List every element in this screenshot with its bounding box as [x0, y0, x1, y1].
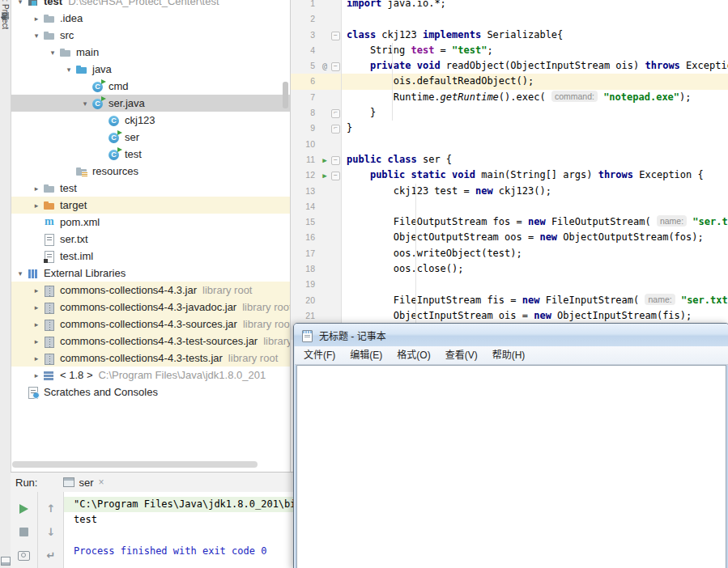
run-tab-ser[interactable]: ser × — [58, 475, 109, 490]
chevron-right-icon[interactable]: ▸ — [30, 15, 43, 23]
tree-item-commons-collections4-4-3-test-sources-jar[interactable]: ▸commons-collections4-4.3-test-sources.j… — [11, 333, 290, 350]
chevron-right-icon[interactable]: ▸ — [30, 286, 43, 295]
tree-item-resources[interactable]: resources — [11, 163, 290, 180]
fold-column[interactable]: ⌐ — [330, 121, 342, 136]
notepad-menu-h[interactable]: 帮助(H) — [485, 346, 533, 364]
code-line-4[interactable]: 4 String test = "test"; — [291, 43, 728, 58]
prev-occurrence-button[interactable]: ↑ — [41, 497, 61, 520]
tree-horizontal-scrollbar-thumb[interactable] — [12, 461, 258, 468]
code-line-16[interactable]: 16 ObjectOutputStream oos = new ObjectOu… — [291, 230, 728, 245]
tree-item-src[interactable]: ▾src — [11, 27, 290, 44]
code-line-13[interactable]: 13 ckj123 test = new ckj123(); — [291, 184, 728, 199]
stop-button[interactable] — [14, 520, 33, 544]
fold-column[interactable]: − — [330, 167, 342, 183]
tree-item-commons-collections4-4-3-jar[interactable]: ▸commons-collections4-4.3.jarlibrary roo… — [11, 282, 290, 299]
code-line-20[interactable]: 20 FileInputStream fis = new FileInputSt… — [291, 293, 728, 308]
notepad-menu-e[interactable]: 编辑(E) — [343, 346, 390, 364]
tree-item-label: Scratches and Consoles — [44, 386, 158, 398]
code-line-6[interactable]: 6 ois.defaultReadObject(); — [291, 74, 728, 89]
toolwindow-corner-icon[interactable] — [1, 557, 11, 566]
code-line-14[interactable]: 14 — [291, 199, 728, 214]
tree-item-ser-txt[interactable]: ser.txt — [11, 231, 290, 248]
chevron-right-icon[interactable]: ▸ — [30, 337, 43, 345]
code-line-8[interactable]: 8⌐ } — [291, 105, 728, 121]
tree-item-pom-xml[interactable]: pom.xml — [11, 214, 290, 231]
chevron-right-icon[interactable]: ▸ — [30, 371, 43, 379]
tree-item-test[interactable]: ▸test — [11, 180, 290, 197]
code-line-7[interactable]: 7 Runtime.getRuntime().exec( command: "n… — [291, 90, 728, 105]
notepad-menu-v[interactable]: 查看(V) — [438, 346, 485, 364]
tree-item-idea[interactable]: ▸.idea — [11, 10, 290, 27]
tree-item-cmd[interactable]: cmd — [11, 78, 290, 95]
tree-item-main[interactable]: ▾main — [11, 44, 290, 61]
code-line-18[interactable]: 18 oos.close(); — [291, 261, 728, 277]
chevron-down-icon[interactable]: ▾ — [14, 269, 27, 278]
code-line-10[interactable]: 10 — [291, 137, 728, 152]
code-line-12[interactable]: 12▶− public static void main(String[] ar… — [291, 167, 728, 183]
fold-end-icon[interactable]: ⌐ — [331, 109, 340, 118]
tree-item-1-8[interactable]: ▸< 1.8 >C:\Program Files\Java\jdk1.8.0_2… — [11, 367, 290, 384]
tree-item-test-iml[interactable]: test.iml — [11, 248, 290, 265]
code-line-3[interactable]: 3−class ckj123 implements Serializable{ — [291, 28, 728, 43]
project-toolwindow-button[interactable]: 1: Project — [1, 0, 10, 29]
code-text: oos.close(); — [342, 261, 464, 277]
notepad-menu-f[interactable]: 文件(F) — [296, 346, 343, 364]
chevron-right-icon[interactable]: ▸ — [30, 303, 43, 312]
chevron-right-icon[interactable]: ▸ — [30, 201, 43, 210]
code-line-17[interactable]: 17 oos.writeObject(test); — [291, 246, 728, 261]
chevron-right-icon[interactable]: ▸ — [30, 184, 43, 193]
fold-collapse-icon[interactable]: − — [331, 172, 340, 180]
chevron-down-icon[interactable]: ▾ — [46, 49, 59, 57]
tree-item-java[interactable]: ▾java — [11, 61, 290, 78]
chevron-right-icon[interactable]: ▸ — [30, 320, 43, 329]
tree-item-test[interactable]: ▾testD:\sec\HSA_Protect_Center\test — [11, 0, 290, 10]
chevron-right-icon[interactable]: ▸ — [30, 354, 43, 362]
tree-item-commons-collections4-4-3-sources-jar[interactable]: ▸commons-collections4-4.3-sources.jarlib… — [11, 316, 290, 333]
chevron-down-icon[interactable]: ▾ — [62, 66, 75, 74]
fold-collapse-icon[interactable]: − — [331, 62, 340, 71]
tree-item-test[interactable]: test — [11, 146, 290, 163]
code-line-15[interactable]: 15 FileOutputStream fos = new FileOutput… — [291, 214, 728, 230]
override-marker-icon[interactable]: @ — [319, 58, 330, 74]
code-line-21[interactable]: 21 ObjectInputStream ois = new ObjectInp… — [291, 308, 728, 324]
tree-item-scratches-and-consoles[interactable]: Scratches and Consoles — [11, 384, 290, 401]
code-line-9[interactable]: 9⌐} — [291, 121, 728, 136]
chevron-down-icon[interactable]: ▾ — [79, 100, 92, 108]
tree-item-ckj123[interactable]: ckj123 — [11, 112, 290, 129]
run-gutter-icon[interactable]: ▶ — [319, 152, 330, 167]
tree-item-target[interactable]: ▸target — [11, 197, 290, 214]
chevron-down-icon[interactable]: ▾ — [30, 32, 43, 40]
tree-item-ser[interactable]: ser — [11, 129, 290, 146]
fold-collapse-icon[interactable]: − — [331, 156, 340, 165]
tree-vertical-scrollbar-thumb[interactable] — [283, 82, 288, 108]
tree-item-label: target — [60, 199, 87, 211]
tree-item-commons-collections4-4-3-tests-jar[interactable]: ▸commons-collections4-4.3-tests.jarlibra… — [11, 350, 290, 367]
fold-end-icon[interactable]: ⌐ — [331, 125, 340, 134]
code-line-11[interactable]: 11▶−public class ser { — [291, 152, 728, 167]
notepad-menu-o[interactable]: 格式(O) — [390, 346, 437, 364]
tree-item-ser-java[interactable]: ▾ser.java — [11, 95, 290, 112]
chevron-down-icon[interactable]: ▾ — [14, 0, 27, 6]
fold-collapse-icon[interactable]: − — [331, 32, 340, 40]
screenshot-button[interactable] — [14, 544, 33, 567]
code-line-19[interactable]: 19 — [291, 277, 728, 292]
run-gutter-icon[interactable]: ▶ — [319, 167, 330, 183]
fold-column[interactable]: ⌐ — [330, 105, 342, 121]
rerun-button[interactable] — [14, 497, 33, 520]
next-occurrence-button[interactable]: ↓ — [41, 520, 61, 544]
code-line-2[interactable]: 2 — [291, 11, 728, 27]
soft-wrap-button[interactable]: ↵ — [41, 544, 61, 567]
tab-close-icon[interactable]: × — [99, 477, 104, 488]
fold-column[interactable]: − — [330, 28, 342, 43]
gutter-spacer — [319, 308, 330, 324]
fold-column[interactable]: − — [330, 58, 342, 74]
notepad-titlebar[interactable]: 无标题 - 记事本 — [294, 324, 728, 346]
notepad-text-area[interactable] — [296, 365, 726, 568]
tree-item-commons-collections4-4-3-javadoc-jar[interactable]: ▸commons-collections4-4.3-javadoc.jarlib… — [11, 299, 290, 316]
code-line-1[interactable]: 1import java.io.*; — [291, 0, 728, 11]
folder-icon — [43, 182, 56, 195]
code-text: ckj123 test = new ckj123(); — [342, 184, 551, 199]
code-line-5[interactable]: 5@− private void readObject(ObjectInputS… — [291, 58, 728, 74]
tree-item-external-libraries[interactable]: ▾External Libraries — [11, 265, 290, 282]
fold-column[interactable]: − — [330, 152, 342, 167]
